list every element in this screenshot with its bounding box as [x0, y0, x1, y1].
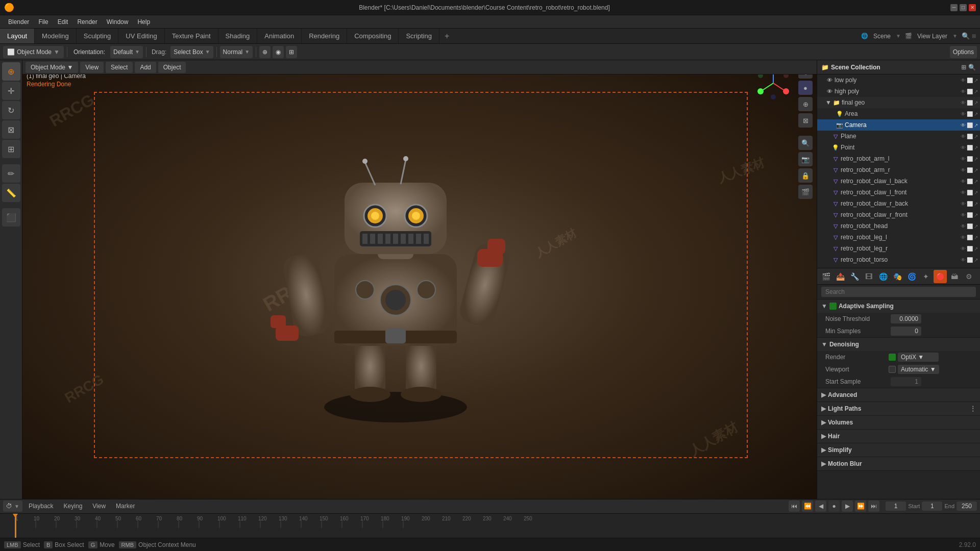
viewport-checkbox[interactable]: [889, 366, 896, 373]
tab-sculpting[interactable]: Sculpting: [77, 29, 118, 43]
proportional-btn[interactable]: ◉: [273, 46, 284, 58]
menu-file[interactable]: File: [34, 17, 52, 27]
3d-viewport[interactable]: RRCG 人人素材 RRCG 人人素材 RRCG 人人素材: [22, 60, 817, 499]
outliner-item-plane[interactable]: ▽ Plane 👁⬜↗: [817, 131, 980, 142]
outliner-item-finalgeo[interactable]: ▼ 📁 final geo 👁⬜↗: [817, 97, 980, 108]
prop-icon-render[interactable]: 🎬: [819, 270, 832, 283]
prop-icon-output[interactable]: 📤: [834, 270, 847, 283]
prop-icon-world[interactable]: 🌐: [876, 270, 890, 283]
light-paths-dots-icon[interactable]: ⋮: [970, 405, 976, 412]
prop-icon-modifiers[interactable]: 🌀: [905, 270, 918, 283]
select-menu[interactable]: Select: [106, 62, 133, 73]
scene-selector[interactable]: Scene: [870, 33, 894, 40]
prop-icon-data[interactable]: 🏔: [948, 270, 961, 283]
prop-icon-particles[interactable]: ✦: [919, 270, 933, 283]
outliner-item-point[interactable]: 💡 Point 👁⬜↗: [817, 142, 980, 153]
tab-uv-editing[interactable]: UV Editing: [118, 29, 164, 43]
menu-blender[interactable]: Blender: [4, 17, 33, 27]
advanced-header[interactable]: ▶ Advanced: [817, 388, 980, 402]
light-paths-header[interactable]: ▶ Light Paths ⋮: [817, 402, 980, 415]
tool-add[interactable]: ⬛: [2, 208, 20, 227]
prop-icon-scene[interactable]: 🎞: [862, 270, 875, 283]
tool-measure[interactable]: 📏: [2, 184, 20, 202]
tab-layout[interactable]: Layout: [0, 29, 35, 43]
prop-icon-object[interactable]: 🎭: [891, 270, 904, 283]
jump-end-btn[interactable]: ⏭: [868, 500, 879, 512]
options-button[interactable]: Options: [950, 46, 977, 58]
menu-edit[interactable]: Edit: [54, 17, 72, 27]
mode-selector[interactable]: ⬜ Object Mode ▼: [3, 46, 64, 58]
viewport-shading-rendered[interactable]: ●: [798, 81, 813, 95]
orientation-selector[interactable]: Default ▼: [110, 46, 143, 58]
add-workspace-button[interactable]: +: [439, 29, 454, 43]
outliner-item-arm-r[interactable]: ▽ retro_robot_arm_r 👁⬜↗: [817, 164, 980, 176]
prev-keyframe-btn[interactable]: ⏪: [802, 500, 813, 512]
outliner-item-claw-lb[interactable]: ▽ retro_robot_claw_l_back 👁⬜↗: [817, 176, 980, 187]
prop-icon-constraints[interactable]: ⚙: [962, 270, 975, 283]
outliner-item-leg-r[interactable]: ▽ retro_robot_leg_r 👁⬜↗: [817, 243, 980, 254]
tab-scripting[interactable]: Scripting: [399, 29, 439, 43]
outliner-item-arm-l[interactable]: ▽ retro_robot_arm_l 👁⬜↗: [817, 153, 980, 164]
volumes-header[interactable]: ▶ Volumes: [817, 416, 980, 429]
close-button[interactable]: ✕: [969, 4, 976, 11]
menu-help[interactable]: Help: [133, 17, 154, 27]
start-frame-field[interactable]: 1: [922, 502, 942, 511]
snap-button[interactable]: ⊕: [259, 46, 271, 58]
view-tab[interactable]: View: [88, 502, 110, 511]
outliner-item-leg-l[interactable]: ▽ retro_robot_leg_l 👁⬜↗: [817, 232, 980, 243]
viewport-lock[interactable]: 🔒: [798, 168, 813, 183]
denoising-header[interactable]: ▼ Denoising: [817, 338, 980, 351]
hair-header[interactable]: ▶ Hair: [817, 430, 980, 443]
adaptive-sampling-header[interactable]: ▼ Adaptive Sampling: [817, 299, 980, 313]
viewport-denoising-dropdown[interactable]: Automatic ▼: [898, 365, 939, 374]
timeline-ruler[interactable]: 1 10 20 30 40 50 60 70 80 90 100 110 120…: [0, 514, 980, 538]
tab-shading[interactable]: Shading: [218, 29, 258, 43]
outliner-search-icon[interactable]: 🔍: [968, 64, 976, 71]
viewport-zoom-in[interactable]: 🔍: [798, 136, 813, 150]
viewport-video[interactable]: 🎬: [798, 185, 813, 199]
marker-tab[interactable]: Marker: [112, 502, 139, 511]
viewport-camera[interactable]: 📷: [798, 152, 813, 166]
outliner-item-head[interactable]: ▽ retro_robot_head 👁⬜↗: [817, 220, 980, 232]
prop-icon-view[interactable]: 🔧: [848, 270, 861, 283]
view-menu[interactable]: View: [80, 62, 104, 73]
tool-transform[interactable]: ⊞: [2, 140, 20, 158]
tab-texture-paint[interactable]: Texture Paint: [165, 29, 218, 43]
jump-start-btn[interactable]: ⏮: [789, 500, 800, 512]
outliner-item-highpoly[interactable]: 👁 high poly 👁⬜↗: [817, 86, 980, 97]
tool-scale[interactable]: ⊠: [2, 120, 20, 139]
adaptive-sampling-checkbox[interactable]: [829, 303, 837, 310]
play-btn[interactable]: ▶: [842, 500, 853, 512]
tool-move[interactable]: ✛: [2, 82, 20, 100]
outliner-item-torso[interactable]: ▽ retro_robot_torso 👁⬜↗: [817, 254, 980, 265]
mode-button[interactable]: Object Mode ▼: [26, 62, 78, 73]
minimize-button[interactable]: ─: [950, 4, 958, 11]
outliner-item-lowpoly[interactable]: 👁 low poly 👁⬜↗: [817, 74, 980, 86]
viewport-overlays[interactable]: ⊕: [798, 97, 813, 111]
object-menu[interactable]: Object: [158, 62, 186, 73]
next-keyframe-btn[interactable]: ⏩: [855, 500, 866, 512]
end-frame-field[interactable]: 250: [957, 502, 977, 511]
render-checkbox[interactable]: [889, 354, 896, 361]
prop-search-input[interactable]: [821, 287, 976, 297]
drag-selector[interactable]: Select Box ▼: [170, 46, 213, 58]
prop-icon-material[interactable]: 🔴: [934, 270, 947, 283]
view-layer-selector[interactable]: View Layer: [914, 33, 950, 40]
maximize-button[interactable]: □: [960, 4, 967, 11]
tab-animation[interactable]: Animation: [257, 29, 302, 43]
proportional-connected[interactable]: ⊞: [286, 46, 297, 58]
simplify-header[interactable]: ▶ Simplify: [817, 443, 980, 457]
outliner-item-claw-rf[interactable]: ▽ retro_robot_claw_r_front 👁⬜↗: [817, 209, 980, 220]
tool-annotate[interactable]: ✏: [2, 164, 20, 183]
tab-compositing[interactable]: Compositing: [347, 29, 399, 43]
tool-cursor[interactable]: ⊕: [2, 62, 20, 81]
menu-render[interactable]: Render: [73, 17, 101, 27]
keying-tab[interactable]: Keying: [60, 502, 87, 511]
outliner-item-claw-rb[interactable]: ▽ retro_robot_claw_r_back 👁⬜↗: [817, 198, 980, 209]
playback-tab[interactable]: Playback: [24, 502, 58, 511]
outliner-item-area[interactable]: ▶ 💡 Area 👁⬜↗: [817, 108, 980, 119]
outliner-item-camera[interactable]: ▶ 📷 Camera 👁⬜↗: [817, 119, 980, 131]
transform-selector[interactable]: Normal ▼: [220, 46, 253, 58]
motion-blur-header[interactable]: ▶ Motion Blur: [817, 457, 980, 470]
outliner-item-claw-lf[interactable]: ▽ retro_robot_claw_l_front 👁⬜↗: [817, 187, 980, 198]
